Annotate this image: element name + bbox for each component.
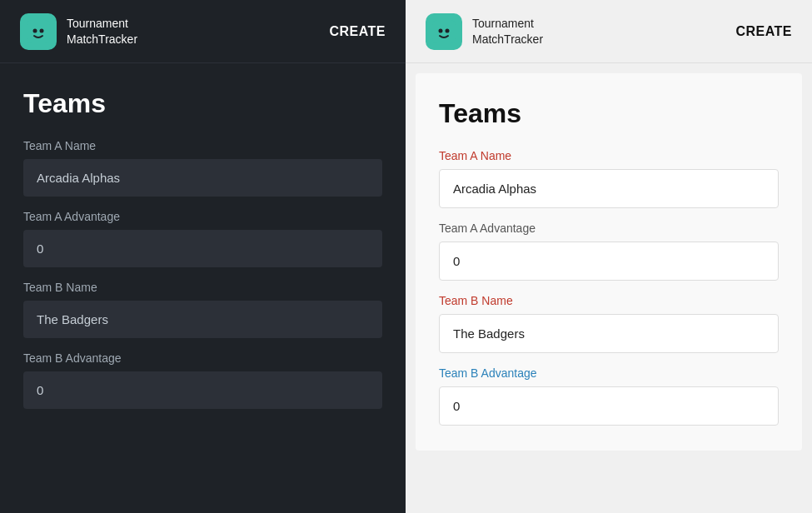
dark-logo-text: Tournament MatchTracker bbox=[67, 16, 137, 46]
light-header: Tournament MatchTracker CREATE bbox=[406, 0, 812, 63]
svg-rect-0 bbox=[27, 20, 50, 43]
light-content: Teams Team A Name Team A Advantage Team … bbox=[416, 73, 802, 451]
light-team-b-name-label: Team B Name bbox=[439, 294, 779, 307]
dark-team-a-name-input[interactable] bbox=[23, 159, 382, 197]
dark-logo-icon bbox=[20, 13, 57, 50]
dark-team-a-advantage-label: Team A Advantage bbox=[23, 210, 382, 223]
light-team-a-advantage-label: Team A Advantage bbox=[439, 222, 779, 235]
dark-team-b-advantage-input[interactable] bbox=[23, 371, 382, 409]
light-team-b-name-input[interactable] bbox=[439, 314, 779, 353]
light-section-title: Teams bbox=[439, 98, 779, 129]
dark-app-name-line1: Tournament bbox=[67, 16, 137, 31]
dark-team-b-advantage-label: Team B Advantage bbox=[23, 351, 382, 365]
dark-team-b-name-input[interactable] bbox=[23, 301, 382, 338]
dark-header: Tournament MatchTracker CREATE bbox=[0, 0, 406, 63]
dark-content: Teams Team A Name Team A Advantage Team … bbox=[0, 63, 406, 434]
light-team-a-name-label: Team A Name bbox=[439, 149, 779, 162]
dark-logo-area: Tournament MatchTracker bbox=[20, 13, 137, 50]
light-team-b-advantage-label: Team B Advantage bbox=[439, 366, 779, 380]
light-app-name-line1: Tournament bbox=[472, 16, 543, 31]
svg-point-4 bbox=[439, 28, 443, 32]
light-team-a-name-input[interactable] bbox=[439, 169, 779, 208]
light-logo-text: Tournament MatchTracker bbox=[472, 16, 543, 46]
dark-app-name-line2: MatchTracker bbox=[67, 32, 137, 47]
light-logo-icon bbox=[426, 13, 462, 50]
dark-team-b-name-label: Team B Name bbox=[23, 281, 382, 294]
light-app-name-line2: MatchTracker bbox=[472, 32, 543, 47]
light-create-button[interactable]: CREATE bbox=[735, 24, 792, 39]
svg-rect-3 bbox=[432, 20, 456, 43]
svg-point-2 bbox=[40, 28, 44, 32]
dark-team-a-name-label: Team A Name bbox=[23, 139, 382, 152]
svg-point-5 bbox=[446, 28, 450, 32]
dark-team-a-advantage-input[interactable] bbox=[23, 230, 382, 267]
light-team-b-advantage-input[interactable] bbox=[439, 386, 779, 426]
dark-section-title: Teams bbox=[23, 88, 382, 119]
light-team-a-advantage-input[interactable] bbox=[439, 242, 779, 281]
light-logo-area: Tournament MatchTracker bbox=[426, 13, 543, 50]
svg-point-1 bbox=[33, 28, 37, 32]
light-panel: Tournament MatchTracker CREATE Teams Tea… bbox=[406, 0, 812, 513]
dark-create-button[interactable]: CREATE bbox=[329, 24, 386, 39]
dark-panel: Tournament MatchTracker CREATE Teams Tea… bbox=[0, 0, 406, 513]
